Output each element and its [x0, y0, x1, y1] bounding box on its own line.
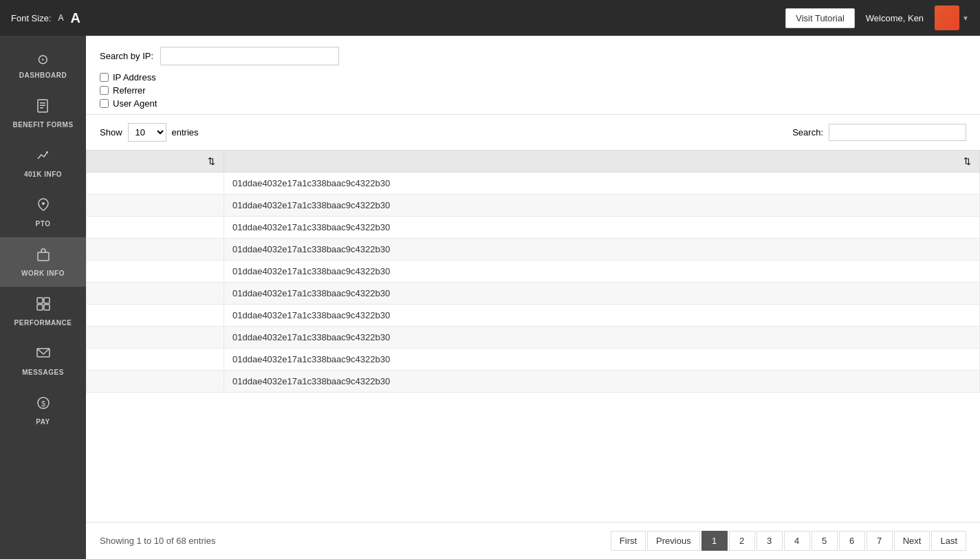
table-cell-hash: 01ddae4032e17a1c338baac9c4322b30: [224, 327, 980, 349]
table-row: 01ddae4032e17a1c338baac9c4322b30: [87, 349, 980, 371]
show-label: Show: [100, 127, 122, 138]
table-cell-hash: 01ddae4032e17a1c338baac9c4322b30: [224, 349, 980, 371]
table-cell-num: [87, 217, 224, 239]
welcome-text: Welcome, Ken: [866, 13, 924, 23]
checkbox-referrer[interactable]: Referrer: [100, 85, 966, 96]
pay-icon: $: [36, 395, 51, 414]
table-cell-hash: 01ddae4032e17a1c338baac9c4322b30: [224, 305, 980, 327]
search-right: Search:: [792, 124, 966, 141]
table-cell-num: [87, 349, 224, 371]
table-cell-hash: 01ddae4032e17a1c338baac9c4322b30: [224, 239, 980, 261]
sidebar-item-work-info[interactable]: WORK INFO: [0, 237, 86, 287]
font-size-large-btn[interactable]: A: [71, 10, 80, 26]
font-size-small-btn[interactable]: A: [58, 13, 64, 23]
page-button-7[interactable]: 7: [867, 531, 893, 551]
sidebar-item-messages[interactable]: MESSAGES: [0, 336, 86, 386]
table-cell-num: [87, 327, 224, 349]
sidebar-item-performance[interactable]: PERFORMANCE: [0, 287, 86, 336]
svg-rect-9: [44, 305, 50, 310]
sidebar-label-work-info: WORK INFO: [21, 270, 65, 277]
table-cell-hash: 01ddae4032e17a1c338baac9c4322b30: [224, 261, 980, 283]
svg-rect-5: [38, 252, 49, 261]
sidebar: ⊙ DASHBOARD BENEFIT FORMS 401K INFO PTO: [0, 36, 86, 559]
401k-icon: [36, 148, 51, 166]
col-header-hash[interactable]: ⇅: [224, 151, 980, 173]
svg-rect-1: [40, 102, 45, 104]
search-ip-input[interactable]: [160, 47, 339, 65]
table-row: 01ddae4032e17a1c338baac9c4322b30: [87, 305, 980, 327]
col-header-num[interactable]: ⇅: [87, 151, 224, 173]
next-button[interactable]: Next: [894, 531, 930, 551]
table-cell-hash: 01ddae4032e17a1c338baac9c4322b30: [224, 195, 980, 217]
table-row: 01ddae4032e17a1c338baac9c4322b30: [87, 371, 980, 393]
previous-button[interactable]: Previous: [647, 531, 700, 551]
main-layout: ⊙ DASHBOARD BENEFIT FORMS 401K INFO PTO: [0, 36, 980, 559]
table-controls: Show 10 25 50 100 entries Search:: [86, 115, 980, 150]
table-row: 01ddae4032e17a1c338baac9c4322b30: [87, 239, 980, 261]
checkbox-user-agent-input[interactable]: [100, 99, 109, 108]
topbar: Font Size: A A Visit Tutorial Welcome, K…: [0, 0, 980, 36]
table-cell-num: [87, 239, 224, 261]
sidebar-label-dashboard: DASHBOARD: [19, 72, 67, 79]
user-avatar-dropdown[interactable]: ▼: [935, 6, 969, 30]
page-button-2[interactable]: 2: [729, 531, 755, 551]
sidebar-item-401k[interactable]: 401K INFO: [0, 138, 86, 188]
pto-icon: [36, 197, 51, 216]
checkbox-user-agent[interactable]: User Agent: [100, 98, 966, 109]
table-row: 01ddae4032e17a1c338baac9c4322b30: [87, 327, 980, 349]
page-button-6[interactable]: 6: [839, 531, 865, 551]
data-table: ⇅ ⇅ 01ddae4032e17a1c338baac9c4322b3001dd…: [86, 150, 980, 393]
search-ip-label: Search by IP:: [100, 51, 153, 61]
sidebar-item-pay[interactable]: $ PAY: [0, 386, 86, 435]
table-row: 01ddae4032e17a1c338baac9c4322b30: [87, 261, 980, 283]
table-cell-num: [87, 261, 224, 283]
checkbox-ip-address[interactable]: IP Address: [100, 72, 966, 83]
sort-icon-num: ⇅: [208, 156, 215, 166]
svg-rect-6: [37, 298, 43, 303]
table-cell-hash: 01ddae4032e17a1c338baac9c4322b30: [224, 217, 980, 239]
table-body: 01ddae4032e17a1c338baac9c4322b3001ddae40…: [87, 173, 980, 393]
checkbox-referrer-label: Referrer: [113, 85, 146, 96]
page-button-1[interactable]: 1: [701, 531, 728, 551]
chevron-down-icon: ▼: [962, 14, 969, 22]
checkbox-referrer-input[interactable]: [100, 86, 109, 95]
svg-rect-2: [40, 105, 45, 107]
search-ip-row: Search by IP:: [100, 47, 966, 65]
checkbox-ip-address-input[interactable]: [100, 73, 109, 82]
sidebar-label-pto: PTO: [36, 220, 51, 228]
messages-icon: [36, 346, 51, 364]
svg-rect-3: [40, 107, 43, 109]
sidebar-item-benefit-forms[interactable]: BENEFIT FORMS: [0, 89, 86, 138]
visit-tutorial-button[interactable]: Visit Tutorial: [785, 8, 855, 28]
dashboard-icon: ⊙: [37, 51, 49, 67]
pagination-bar: Showing 1 to 10 of 68 entries First Prev…: [86, 522, 980, 559]
topbar-left: Font Size: A A: [11, 10, 80, 26]
filter-area: Search by IP: IP Address Referrer User A…: [86, 36, 980, 115]
performance-icon: [36, 296, 51, 315]
showing-text: Showing 1 to 10 of 68 entries: [100, 536, 215, 546]
first-button[interactable]: First: [611, 531, 646, 551]
sidebar-label-benefit-forms: BENEFIT FORMS: [12, 121, 73, 129]
page-button-4[interactable]: 4: [784, 531, 810, 551]
svg-point-4: [42, 202, 45, 205]
sort-icon-hash: ⇅: [963, 156, 971, 166]
sidebar-item-dashboard[interactable]: ⊙ DASHBOARD: [0, 41, 86, 89]
pagination-buttons: First Previous 1 2 3 4 5 6 7 Next Last: [611, 531, 966, 551]
table-search-input[interactable]: [829, 124, 966, 141]
sidebar-label-performance: PERFORMANCE: [14, 319, 72, 327]
benefit-forms-icon: [36, 98, 51, 117]
work-info-icon: [36, 247, 51, 265]
page-button-5[interactable]: 5: [812, 531, 838, 551]
checkbox-group: IP Address Referrer User Agent: [100, 72, 966, 109]
sidebar-label-401k: 401K INFO: [24, 171, 62, 178]
sidebar-item-pto[interactable]: PTO: [0, 188, 86, 237]
topbar-right: Visit Tutorial Welcome, Ken ▼: [785, 6, 969, 30]
entries-select[interactable]: 10 25 50 100: [128, 123, 166, 142]
last-button[interactable]: Last: [931, 531, 966, 551]
page-button-3[interactable]: 3: [756, 531, 783, 551]
svg-rect-8: [37, 305, 43, 310]
table-row: 01ddae4032e17a1c338baac9c4322b30: [87, 173, 980, 195]
svg-text:$: $: [41, 399, 45, 408]
checkbox-ip-address-label: IP Address: [113, 72, 156, 83]
sidebar-label-pay: PAY: [36, 418, 50, 426]
